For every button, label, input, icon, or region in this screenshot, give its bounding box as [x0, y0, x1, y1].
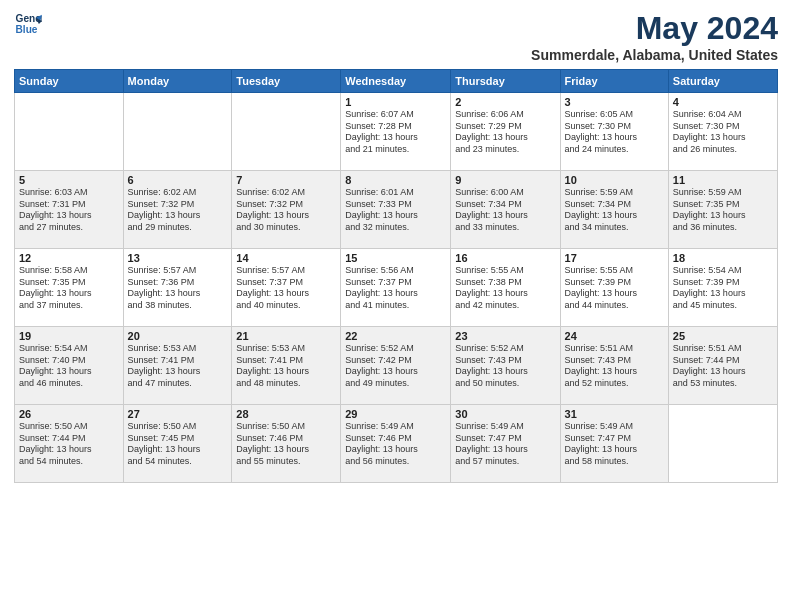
- day-info: Sunrise: 5:50 AM Sunset: 7:44 PM Dayligh…: [19, 421, 119, 468]
- day-info: Sunrise: 5:50 AM Sunset: 7:45 PM Dayligh…: [128, 421, 228, 468]
- calendar-cell: [668, 405, 777, 483]
- day-info: Sunrise: 6:02 AM Sunset: 7:32 PM Dayligh…: [236, 187, 336, 234]
- col-friday: Friday: [560, 70, 668, 93]
- day-info: Sunrise: 5:53 AM Sunset: 7:41 PM Dayligh…: [236, 343, 336, 390]
- calendar-cell: 21Sunrise: 5:53 AM Sunset: 7:41 PM Dayli…: [232, 327, 341, 405]
- main-title: May 2024: [531, 10, 778, 47]
- day-info: Sunrise: 5:51 AM Sunset: 7:43 PM Dayligh…: [565, 343, 664, 390]
- day-info: Sunrise: 5:59 AM Sunset: 7:35 PM Dayligh…: [673, 187, 773, 234]
- day-info: Sunrise: 5:50 AM Sunset: 7:46 PM Dayligh…: [236, 421, 336, 468]
- calendar-cell: 28Sunrise: 5:50 AM Sunset: 7:46 PM Dayli…: [232, 405, 341, 483]
- day-number: 18: [673, 252, 773, 264]
- day-number: 25: [673, 330, 773, 342]
- calendar-cell: [123, 93, 232, 171]
- calendar-cell: 14Sunrise: 5:57 AM Sunset: 7:37 PM Dayli…: [232, 249, 341, 327]
- day-number: 8: [345, 174, 446, 186]
- day-info: Sunrise: 5:57 AM Sunset: 7:36 PM Dayligh…: [128, 265, 228, 312]
- calendar-cell: 2Sunrise: 6:06 AM Sunset: 7:29 PM Daylig…: [451, 93, 560, 171]
- day-number: 11: [673, 174, 773, 186]
- day-number: 19: [19, 330, 119, 342]
- day-info: Sunrise: 6:04 AM Sunset: 7:30 PM Dayligh…: [673, 109, 773, 156]
- day-number: 21: [236, 330, 336, 342]
- day-number: 26: [19, 408, 119, 420]
- day-info: Sunrise: 6:01 AM Sunset: 7:33 PM Dayligh…: [345, 187, 446, 234]
- calendar-week-2: 5Sunrise: 6:03 AM Sunset: 7:31 PM Daylig…: [15, 171, 778, 249]
- col-monday: Monday: [123, 70, 232, 93]
- day-info: Sunrise: 5:51 AM Sunset: 7:44 PM Dayligh…: [673, 343, 773, 390]
- header: General Blue May 2024 Summerdale, Alabam…: [14, 10, 778, 63]
- calendar-week-1: 1Sunrise: 6:07 AM Sunset: 7:28 PM Daylig…: [15, 93, 778, 171]
- day-number: 23: [455, 330, 555, 342]
- calendar-cell: 25Sunrise: 5:51 AM Sunset: 7:44 PM Dayli…: [668, 327, 777, 405]
- day-number: 30: [455, 408, 555, 420]
- calendar-cell: 26Sunrise: 5:50 AM Sunset: 7:44 PM Dayli…: [15, 405, 124, 483]
- day-info: Sunrise: 6:07 AM Sunset: 7:28 PM Dayligh…: [345, 109, 446, 156]
- day-info: Sunrise: 5:59 AM Sunset: 7:34 PM Dayligh…: [565, 187, 664, 234]
- calendar-cell: 20Sunrise: 5:53 AM Sunset: 7:41 PM Dayli…: [123, 327, 232, 405]
- day-info: Sunrise: 6:02 AM Sunset: 7:32 PM Dayligh…: [128, 187, 228, 234]
- col-thursday: Thursday: [451, 70, 560, 93]
- day-number: 22: [345, 330, 446, 342]
- calendar-cell: 23Sunrise: 5:52 AM Sunset: 7:43 PM Dayli…: [451, 327, 560, 405]
- calendar-cell: 24Sunrise: 5:51 AM Sunset: 7:43 PM Dayli…: [560, 327, 668, 405]
- day-number: 13: [128, 252, 228, 264]
- day-info: Sunrise: 5:54 AM Sunset: 7:39 PM Dayligh…: [673, 265, 773, 312]
- calendar-cell: 5Sunrise: 6:03 AM Sunset: 7:31 PM Daylig…: [15, 171, 124, 249]
- calendar-cell: 31Sunrise: 5:49 AM Sunset: 7:47 PM Dayli…: [560, 405, 668, 483]
- day-number: 24: [565, 330, 664, 342]
- page: General Blue May 2024 Summerdale, Alabam…: [0, 0, 792, 612]
- day-info: Sunrise: 5:54 AM Sunset: 7:40 PM Dayligh…: [19, 343, 119, 390]
- day-number: 27: [128, 408, 228, 420]
- calendar-week-3: 12Sunrise: 5:58 AM Sunset: 7:35 PM Dayli…: [15, 249, 778, 327]
- day-number: 17: [565, 252, 664, 264]
- logo-icon: General Blue: [14, 10, 42, 38]
- day-info: Sunrise: 6:03 AM Sunset: 7:31 PM Dayligh…: [19, 187, 119, 234]
- day-info: Sunrise: 5:55 AM Sunset: 7:38 PM Dayligh…: [455, 265, 555, 312]
- subtitle: Summerdale, Alabama, United States: [531, 47, 778, 63]
- day-number: 15: [345, 252, 446, 264]
- calendar-cell: 3Sunrise: 6:05 AM Sunset: 7:30 PM Daylig…: [560, 93, 668, 171]
- calendar-cell: 10Sunrise: 5:59 AM Sunset: 7:34 PM Dayli…: [560, 171, 668, 249]
- calendar-cell: 11Sunrise: 5:59 AM Sunset: 7:35 PM Dayli…: [668, 171, 777, 249]
- calendar-week-5: 26Sunrise: 5:50 AM Sunset: 7:44 PM Dayli…: [15, 405, 778, 483]
- day-info: Sunrise: 5:53 AM Sunset: 7:41 PM Dayligh…: [128, 343, 228, 390]
- calendar-cell: 13Sunrise: 5:57 AM Sunset: 7:36 PM Dayli…: [123, 249, 232, 327]
- day-number: 16: [455, 252, 555, 264]
- calendar-cell: 1Sunrise: 6:07 AM Sunset: 7:28 PM Daylig…: [341, 93, 451, 171]
- day-info: Sunrise: 5:52 AM Sunset: 7:43 PM Dayligh…: [455, 343, 555, 390]
- calendar-cell: [232, 93, 341, 171]
- calendar-cell: 19Sunrise: 5:54 AM Sunset: 7:40 PM Dayli…: [15, 327, 124, 405]
- day-info: Sunrise: 5:55 AM Sunset: 7:39 PM Dayligh…: [565, 265, 664, 312]
- day-number: 1: [345, 96, 446, 108]
- svg-text:Blue: Blue: [16, 24, 38, 35]
- day-info: Sunrise: 5:49 AM Sunset: 7:47 PM Dayligh…: [455, 421, 555, 468]
- day-info: Sunrise: 5:49 AM Sunset: 7:47 PM Dayligh…: [565, 421, 664, 468]
- day-number: 2: [455, 96, 555, 108]
- col-tuesday: Tuesday: [232, 70, 341, 93]
- day-info: Sunrise: 5:56 AM Sunset: 7:37 PM Dayligh…: [345, 265, 446, 312]
- col-saturday: Saturday: [668, 70, 777, 93]
- calendar-cell: 9Sunrise: 6:00 AM Sunset: 7:34 PM Daylig…: [451, 171, 560, 249]
- calendar-cell: 12Sunrise: 5:58 AM Sunset: 7:35 PM Dayli…: [15, 249, 124, 327]
- day-number: 10: [565, 174, 664, 186]
- day-info: Sunrise: 6:05 AM Sunset: 7:30 PM Dayligh…: [565, 109, 664, 156]
- day-number: 4: [673, 96, 773, 108]
- calendar-cell: 27Sunrise: 5:50 AM Sunset: 7:45 PM Dayli…: [123, 405, 232, 483]
- day-info: Sunrise: 6:06 AM Sunset: 7:29 PM Dayligh…: [455, 109, 555, 156]
- day-number: 14: [236, 252, 336, 264]
- calendar-cell: 8Sunrise: 6:01 AM Sunset: 7:33 PM Daylig…: [341, 171, 451, 249]
- calendar-cell: 15Sunrise: 5:56 AM Sunset: 7:37 PM Dayli…: [341, 249, 451, 327]
- col-sunday: Sunday: [15, 70, 124, 93]
- calendar-cell: 30Sunrise: 5:49 AM Sunset: 7:47 PM Dayli…: [451, 405, 560, 483]
- day-number: 12: [19, 252, 119, 264]
- day-info: Sunrise: 5:49 AM Sunset: 7:46 PM Dayligh…: [345, 421, 446, 468]
- calendar-week-4: 19Sunrise: 5:54 AM Sunset: 7:40 PM Dayli…: [15, 327, 778, 405]
- day-info: Sunrise: 5:52 AM Sunset: 7:42 PM Dayligh…: [345, 343, 446, 390]
- calendar: Sunday Monday Tuesday Wednesday Thursday…: [14, 69, 778, 483]
- calendar-cell: [15, 93, 124, 171]
- day-number: 20: [128, 330, 228, 342]
- day-info: Sunrise: 5:57 AM Sunset: 7:37 PM Dayligh…: [236, 265, 336, 312]
- day-number: 9: [455, 174, 555, 186]
- day-number: 3: [565, 96, 664, 108]
- calendar-cell: 7Sunrise: 6:02 AM Sunset: 7:32 PM Daylig…: [232, 171, 341, 249]
